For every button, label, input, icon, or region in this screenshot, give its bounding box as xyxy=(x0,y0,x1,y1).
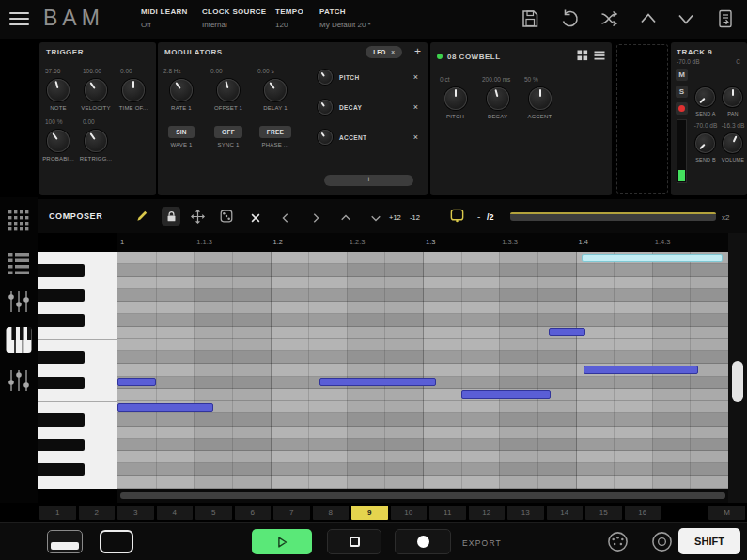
step-11[interactable]: 11 xyxy=(429,506,466,520)
dice-icon[interactable] xyxy=(219,209,234,227)
midi-note[interactable] xyxy=(582,254,723,262)
time-offset-knob[interactable] xyxy=(122,79,145,101)
shift-up-icon[interactable] xyxy=(340,210,351,227)
piano-keyboard[interactable] xyxy=(38,252,117,489)
monitor-knob-icon[interactable] xyxy=(650,530,674,557)
draw-pencil-icon[interactable] xyxy=(135,209,149,226)
send-b-knob[interactable] xyxy=(695,133,715,153)
vertical-scrollbar[interactable] xyxy=(728,233,747,503)
transpose-down-button[interactable]: -12 xyxy=(410,213,420,222)
destination-row-decay[interactable]: DECAY × xyxy=(318,97,423,117)
mute-button[interactable]: M xyxy=(676,69,688,81)
nudge-left-icon[interactable] xyxy=(280,210,291,227)
horizontal-scrollbar[interactable] xyxy=(117,489,728,503)
sequencer-rows-view-icon[interactable] xyxy=(7,250,31,278)
retrigger-knob[interactable] xyxy=(85,130,107,152)
decay-knob[interactable] xyxy=(487,87,509,110)
accent-knob[interactable] xyxy=(529,87,552,110)
nudge-right-icon[interactable] xyxy=(310,210,321,227)
record-button[interactable] xyxy=(395,529,451,554)
shuffle-icon[interactable] xyxy=(599,8,621,31)
decay-amount-knob[interactable] xyxy=(318,100,333,115)
piano-roll-grid[interactable] xyxy=(117,252,728,489)
step-5[interactable]: 5 xyxy=(195,506,232,520)
export-button[interactable]: EXPORT xyxy=(462,538,502,548)
rate-knob[interactable] xyxy=(170,79,193,101)
horizontal-scroll-handle[interactable] xyxy=(120,492,725,499)
phase-switch[interactable]: FREE xyxy=(259,126,292,138)
stop-button[interactable] xyxy=(327,529,381,554)
destination-row-pitch[interactable]: PITCH × xyxy=(318,67,423,87)
patch-field[interactable]: PATCH My Default 20 * xyxy=(319,8,371,29)
step-16[interactable]: 16 xyxy=(625,506,661,520)
step-4[interactable]: 4 xyxy=(157,506,194,520)
piano-roll-view-icon[interactable] xyxy=(5,325,33,359)
keys-layout-toggle[interactable] xyxy=(100,530,133,553)
remove-pitch-icon[interactable]: × xyxy=(413,72,423,82)
solo-button[interactable]: S xyxy=(676,86,688,98)
vertical-scroll-handle[interactable] xyxy=(732,361,743,402)
add-modulator-button[interactable]: + xyxy=(414,45,421,58)
note-knob[interactable] xyxy=(47,79,70,101)
sync-switch[interactable]: OFF xyxy=(214,126,242,138)
timeline-ruler[interactable]: 11.1.31.21.2.31.31.3.31.41.4.3 xyxy=(117,233,728,252)
step-2[interactable]: 2 xyxy=(79,506,116,520)
move-icon[interactable] xyxy=(190,209,206,228)
velocity-knob[interactable] xyxy=(85,79,107,101)
piano-key-black[interactable] xyxy=(38,289,85,302)
chevron-down-icon[interactable] xyxy=(676,8,698,31)
step-12[interactable]: 12 xyxy=(469,506,506,520)
step-9[interactable]: 9 xyxy=(351,506,388,520)
play-button[interactable] xyxy=(252,529,312,554)
piano-key-black[interactable] xyxy=(38,351,85,364)
probability-knob[interactable] xyxy=(47,130,70,152)
step-13[interactable]: 13 xyxy=(507,506,544,520)
step-14[interactable]: 14 xyxy=(547,506,584,520)
menu-icon[interactable] xyxy=(9,12,29,26)
midi-note[interactable] xyxy=(584,366,698,374)
step-15[interactable]: 15 xyxy=(585,506,622,520)
step-8[interactable]: 8 xyxy=(313,506,350,520)
shift-down-icon[interactable] xyxy=(370,210,381,227)
midi-din-icon[interactable] xyxy=(606,530,630,557)
offset-knob[interactable] xyxy=(217,79,240,101)
tempo-field[interactable]: TEMPO 120 xyxy=(275,8,303,29)
pitch-amount-knob[interactable] xyxy=(318,70,333,85)
step-10[interactable]: 10 xyxy=(391,506,428,520)
piano-key-black[interactable] xyxy=(38,439,85,451)
accent-amount-knob[interactable] xyxy=(318,130,333,145)
pattern-grid-view-icon[interactable] xyxy=(7,209,31,237)
delay-knob[interactable] xyxy=(264,79,287,101)
empty-panel-slot[interactable] xyxy=(616,44,668,194)
midi-learn-field[interactable]: MIDI LEARN Off xyxy=(141,8,188,29)
undo-icon[interactable] xyxy=(559,8,582,31)
step-6[interactable]: 6 xyxy=(235,506,272,520)
loop-length-slider[interactable] xyxy=(510,212,716,221)
step-7[interactable]: 7 xyxy=(273,506,310,520)
step-mute-button[interactable]: M xyxy=(708,506,745,520)
clear-icon[interactable] xyxy=(250,210,261,227)
loop-icon[interactable] xyxy=(449,208,465,227)
destination-row-accent[interactable]: ACCENT × xyxy=(318,127,423,148)
piano-key-black[interactable] xyxy=(38,377,85,389)
save-icon[interactable] xyxy=(520,8,542,31)
midi-note[interactable] xyxy=(549,328,585,336)
pads-layout-toggle[interactable] xyxy=(47,530,83,553)
pitch-knob[interactable] xyxy=(444,87,467,110)
lfo-close-icon[interactable]: × xyxy=(391,49,395,55)
send-a-knob[interactable] xyxy=(695,87,715,107)
volume-knob[interactable] xyxy=(723,133,742,153)
midi-note[interactable] xyxy=(319,378,436,386)
piano-key-black[interactable] xyxy=(38,413,85,426)
midi-note[interactable] xyxy=(461,390,551,398)
mixer-view-icon[interactable] xyxy=(7,289,31,318)
divide-minus-button[interactable]: - xyxy=(477,211,480,222)
clock-source-field[interactable]: CLOCK SOURCE Internal xyxy=(202,8,267,29)
midi-note[interactable] xyxy=(117,403,213,412)
piano-key-black[interactable] xyxy=(38,463,85,475)
pan-knob[interactable] xyxy=(723,87,742,107)
lock-icon[interactable] xyxy=(162,207,180,226)
automation-view-icon[interactable] xyxy=(7,368,31,397)
step-3[interactable]: 3 xyxy=(117,506,154,520)
remove-decay-icon[interactable]: × xyxy=(413,102,423,112)
